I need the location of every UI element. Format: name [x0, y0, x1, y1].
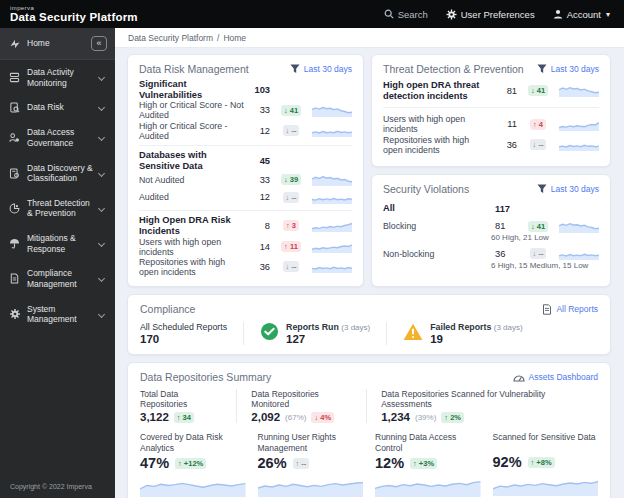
sidebar-collapse-button[interactable]: «	[91, 36, 107, 51]
metric-row: High open DRA threat detection incidents…	[383, 80, 599, 101]
running-data-access-control-metric: Running Data Access Control 12% ↑ +3%	[375, 432, 481, 497]
area-sparkline	[258, 475, 364, 497]
running-user-rights-metric: Running User Rights Management 26% ↑ --	[258, 432, 364, 497]
sidebar-item-label: Threat Detection & Prevention	[27, 198, 93, 219]
section-header: Databases with Sensitive Data	[139, 150, 248, 171]
breadcrumb-separator: /	[217, 33, 219, 43]
metric-row: Repositories with high open incidents 36…	[383, 135, 599, 155]
sidebar-item-data-activity-monitoring[interactable]: Data Activity Monitoring	[0, 60, 115, 95]
metric-row: Audited 12 ↓ --	[139, 189, 352, 207]
sidebar-item-data-discovery-classification[interactable]: Data Discovery & Classification	[0, 156, 115, 191]
card-title: Data Risk Management	[139, 63, 249, 75]
sparkline	[312, 124, 352, 137]
data-risk-icon	[8, 102, 21, 113]
breadcrumb-root[interactable]: Data Security Platform	[128, 33, 213, 43]
compliance-card: Compliance All Reports All Scheduled Rep…	[127, 294, 611, 355]
mitigations-response-icon	[8, 238, 21, 249]
metric-row: Users with high open incidents 11 ↑ 4	[383, 114, 599, 134]
data-repositories-monitored-stat: Data Repositories Monitored 2,092 (67%) …	[236, 389, 366, 423]
card-title: Compliance	[140, 303, 195, 315]
sidebar-item-threat-detection-prevention[interactable]: Threat Detection & Prevention	[0, 191, 115, 226]
gear-icon	[446, 9, 457, 20]
account-menu[interactable]: Account ▾	[553, 9, 610, 20]
chevron-down-icon	[98, 104, 105, 111]
report-icon	[542, 304, 552, 315]
data-activity-monitoring-icon	[8, 72, 21, 83]
section-value: 45	[248, 156, 270, 166]
all-scheduled-reports-stat: All Scheduled Reports 170	[140, 322, 243, 345]
violations-time-filter[interactable]: Last 30 days	[537, 184, 599, 194]
sparkline	[559, 247, 599, 260]
section-header: All	[383, 203, 495, 214]
failed-reports-stat: Failed Reports (3 days) 19	[386, 322, 538, 345]
risk-time-filter[interactable]: Last 30 days	[290, 64, 352, 74]
sparkline	[559, 220, 599, 233]
metric-row: Repositories with high open incidents 36…	[139, 257, 352, 277]
chevron-down-icon	[98, 134, 105, 141]
section-header: Significant Vulnerabilities	[139, 79, 248, 100]
delta-badge: ↓ 39	[281, 174, 301, 185]
sidebar-item-label: Data Activity Monitoring	[27, 67, 93, 88]
filter-icon	[537, 64, 547, 74]
data-repositories-scanned-stat: Data Repositories Scanned for Vulnerabil…	[366, 389, 598, 423]
delta-badge: ↑ 3	[283, 220, 299, 231]
breadcrumb: Data Security Platform / Home	[115, 28, 624, 48]
sidebar-item-data-access-governance[interactable]: Data Access Governance	[0, 120, 115, 155]
area-sparkline	[375, 475, 481, 497]
dashboard-icon	[513, 372, 525, 382]
delta-badge: ↓ 41	[281, 105, 301, 116]
delta-badge: ↑ 34	[174, 412, 194, 423]
chevron-down-icon	[98, 275, 105, 282]
brand-product-name: Data Security Platform	[10, 11, 138, 23]
sparkline	[559, 84, 599, 97]
reports-run-stat: Reports Run (3 days) 127	[243, 322, 386, 345]
chevron-down-icon	[98, 311, 105, 318]
compliance-management-icon	[8, 273, 21, 284]
card-title: Security Violations	[383, 183, 469, 195]
delta-badge: ↓ --	[530, 139, 547, 150]
brand-logo: imperva Data Security Platform	[10, 5, 138, 23]
all-reports-link[interactable]: All Reports	[542, 304, 598, 315]
filter-icon	[537, 184, 547, 194]
delta-badge: ↓ 41	[528, 85, 548, 96]
sidebar-item-label: Compliance Management	[27, 268, 93, 289]
section-value: 103	[248, 85, 270, 95]
sidebar-item-system-management[interactable]: System Management	[0, 297, 115, 332]
data-access-governance-icon	[8, 132, 21, 143]
metric-row: High Open DRA Risk Incidents 8 ↑ 3	[139, 215, 352, 236]
metric-row: Not Audited 33 ↓ 39	[139, 171, 352, 189]
sidebar-item-label: Data Access Governance	[27, 127, 93, 148]
sidebar-item-label: System Management	[27, 304, 93, 325]
delta-badge: ↑ +8%	[528, 457, 555, 468]
search-button[interactable]: Search	[384, 9, 428, 20]
assets-dashboard-link[interactable]: Assets Dashboard	[513, 372, 598, 382]
user-preferences-button[interactable]: User Preferences	[446, 9, 535, 20]
security-violations-card: Security Violations Last 30 days All 117…	[371, 174, 611, 287]
card-title: Threat Detection & Prevention	[383, 63, 524, 75]
delta-badge: ↓ --	[283, 261, 300, 272]
person-icon	[553, 9, 563, 19]
delta-badge: ↓ --	[283, 192, 300, 203]
threat-time-filter[interactable]: Last 30 days	[537, 64, 599, 74]
chevron-down-icon	[98, 74, 105, 81]
sidebar-item-mitigations-response[interactable]: Mitigations & Response	[0, 226, 115, 261]
sidebar-item-compliance-management[interactable]: Compliance Management	[0, 261, 115, 296]
covered-by-dra-metric: Covered by Data Risk Analytics 47% ↑ +12…	[140, 432, 246, 497]
delta-badge: ↑ +3%	[410, 458, 437, 469]
sparkline	[312, 191, 352, 204]
sparkline	[312, 219, 352, 232]
delta-badge: ↓ 41	[528, 221, 548, 232]
sidebar-item-data-risk[interactable]: Data Risk	[0, 95, 115, 120]
sparkline	[312, 260, 352, 273]
sparkline	[312, 240, 352, 253]
search-icon	[384, 9, 394, 19]
sidebar-item-label: Data Discovery & Classification	[27, 163, 93, 184]
check-circle-icon	[260, 322, 279, 345]
sidebar-item-home[interactable]: Home «	[0, 28, 115, 60]
sparkline	[559, 138, 599, 151]
delta-badge: ↓ --	[530, 248, 547, 259]
home-icon	[8, 38, 21, 50]
area-sparkline	[493, 474, 599, 496]
delta-badge: ↑ 2%	[441, 412, 464, 423]
search-label: Search	[398, 9, 428, 20]
